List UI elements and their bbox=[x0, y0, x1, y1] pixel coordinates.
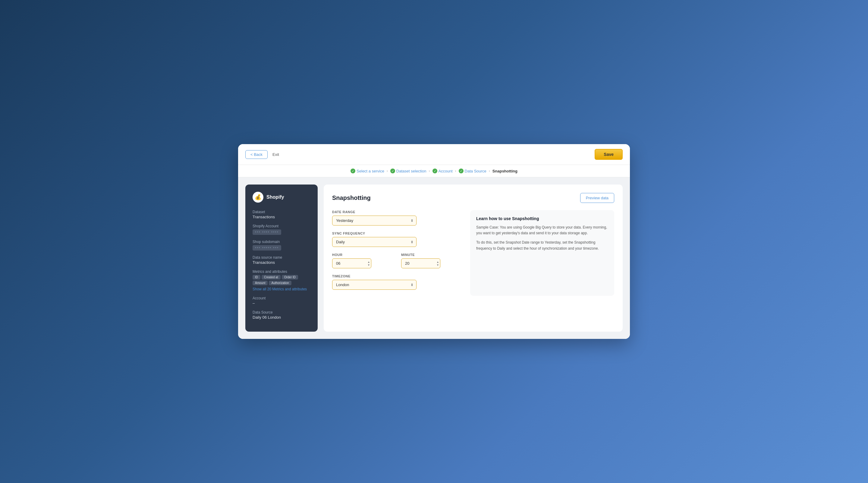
main-container: < Back Exit Save ✓ Select a service › ✓ … bbox=[238, 144, 630, 339]
form-and-info: DATE RANGE Yesterday Today Last 7 days L… bbox=[332, 210, 614, 296]
sidebar-metrics-label: Metrics and attributes bbox=[253, 270, 310, 274]
sidebar-shop-subdomain-value: ••• ••••• ••• bbox=[253, 245, 281, 250]
sidebar-dataset-value: Transactions bbox=[253, 215, 310, 219]
minute-down-arrow[interactable]: ▼ bbox=[436, 264, 439, 266]
breadcrumb-data-source[interactable]: ✓ Data Source bbox=[459, 169, 487, 173]
breadcrumb-label-5: Snapshotting bbox=[493, 169, 518, 173]
date-range-row: DATE RANGE Yesterday Today Last 7 days L… bbox=[332, 210, 464, 225]
hour-arrows: ▲ ▼ bbox=[367, 261, 370, 266]
minute-label: MINUTE bbox=[401, 253, 464, 256]
shopify-logo-icon: 💰 bbox=[253, 192, 264, 203]
panel-header: Snapshotting Preview data bbox=[332, 193, 614, 203]
metrics-tags: ID Created at Order ID Amount Authorizat… bbox=[253, 275, 310, 285]
form-section: DATE RANGE Yesterday Today Last 7 days L… bbox=[332, 210, 464, 296]
hour-up-arrow[interactable]: ▲ bbox=[367, 261, 370, 263]
sidebar-account-label: Account bbox=[253, 296, 310, 300]
hour-input-wrapper: ▲ ▼ bbox=[332, 259, 371, 268]
show-all-metrics-link[interactable]: Show all 20 Metrics and attributes bbox=[253, 287, 310, 291]
hour-col: HOUR ▲ ▼ bbox=[332, 253, 395, 268]
minute-input[interactable] bbox=[401, 259, 440, 268]
sync-frequency-select-wrapper: Daily Hourly Weekly ⬍ bbox=[332, 237, 416, 247]
sidebar-data-source-section: Data Source Daily 06 London bbox=[253, 310, 310, 320]
hour-minute-row: HOUR ▲ ▼ MINUTE bbox=[332, 253, 464, 268]
breadcrumb-select-service[interactable]: ✓ Select a service bbox=[350, 169, 384, 173]
breadcrumb-snapshotting: Snapshotting bbox=[493, 169, 518, 173]
header-left: < Back Exit bbox=[245, 150, 279, 159]
breadcrumb-label-4: Data Source bbox=[465, 169, 487, 173]
metric-tag-amount: Amount bbox=[253, 281, 268, 285]
header: < Back Exit Save bbox=[238, 144, 630, 165]
minute-up-arrow[interactable]: ▲ bbox=[436, 261, 439, 263]
minute-col: MINUTE ▲ ▼ bbox=[401, 253, 464, 268]
sidebar-data-source-name-label: Data source name bbox=[253, 255, 310, 260]
panel-title: Snapshotting bbox=[332, 194, 371, 202]
date-range-label: DATE RANGE bbox=[332, 210, 464, 214]
sidebar-shopify-account-section: Shopify Account ••• •••• •••• bbox=[253, 224, 310, 235]
timezone-row: TIMEZONE London UTC New York Los Angeles… bbox=[332, 274, 464, 290]
exit-button[interactable]: Exit bbox=[273, 152, 279, 157]
sync-frequency-select[interactable]: Daily Hourly Weekly bbox=[332, 237, 416, 247]
hour-label: HOUR bbox=[332, 253, 395, 256]
sidebar-metrics-section: Metrics and attributes ID Created at Ord… bbox=[253, 270, 310, 291]
check-icon: ✓ bbox=[350, 169, 355, 173]
sidebar-account-section: Account – bbox=[253, 296, 310, 305]
sidebar-data-source-name-value: Transactions bbox=[253, 260, 310, 265]
timezone-select[interactable]: London UTC New York Los Angeles bbox=[332, 280, 416, 290]
breadcrumb-arrow-3: › bbox=[455, 169, 456, 173]
sidebar-shop-subdomain-label: Shop subdomain bbox=[253, 240, 310, 244]
info-paragraph-2: To do this, set the Snapshot Date range … bbox=[476, 240, 608, 251]
metric-tag-authorization: Authorization bbox=[269, 281, 291, 285]
sidebar-logo: 💰 Shopify bbox=[253, 192, 310, 203]
check-icon-3: ✓ bbox=[433, 169, 437, 173]
sidebar-dataset-section: Dataset Transactions bbox=[253, 210, 310, 219]
breadcrumb-arrow-4: › bbox=[489, 169, 490, 173]
back-button[interactable]: < Back bbox=[245, 150, 268, 159]
sidebar-account-value: – bbox=[253, 301, 310, 305]
sidebar-shopify-account-value: ••• •••• •••• bbox=[253, 230, 281, 235]
timezone-label: TIMEZONE bbox=[332, 274, 464, 278]
info-paragraph-1: Sample Case: You are using Google Big Qu… bbox=[476, 224, 608, 236]
sidebar-data-source-name-section: Data source name Transactions bbox=[253, 255, 310, 265]
check-icon-2: ✓ bbox=[390, 169, 395, 173]
metric-tag-created-at: Created at bbox=[261, 275, 281, 279]
sync-frequency-label: SYNC FREQUENCY bbox=[332, 232, 464, 235]
sync-frequency-row: SYNC FREQUENCY Daily Hourly Weekly ⬍ bbox=[332, 232, 464, 247]
sidebar: 💰 Shopify Dataset Transactions Shopify A… bbox=[245, 184, 318, 332]
breadcrumb-arrow-2: › bbox=[429, 169, 430, 173]
save-button[interactable]: Save bbox=[595, 149, 623, 160]
hour-input[interactable] bbox=[332, 259, 371, 268]
preview-data-button[interactable]: Preview data bbox=[580, 193, 614, 203]
sidebar-shopify-account-label: Shopify Account bbox=[253, 224, 310, 228]
minute-input-wrapper: ▲ ▼ bbox=[401, 259, 440, 268]
breadcrumb-label-2: Dataset selection bbox=[396, 169, 427, 173]
timezone-select-wrapper: London UTC New York Los Angeles ⬍ bbox=[332, 280, 416, 290]
sidebar-app-name: Shopify bbox=[267, 194, 284, 200]
main-panel: Snapshotting Preview data DATE RANGE Yes… bbox=[324, 184, 623, 332]
metric-tag-order-id: Order ID bbox=[282, 275, 298, 279]
info-box: Learn how to use Snapshotting Sample Cas… bbox=[470, 210, 614, 296]
sidebar-data-source-label: Data Source bbox=[253, 310, 310, 314]
date-range-select[interactable]: Yesterday Today Last 7 days Last 30 days bbox=[332, 216, 416, 225]
breadcrumb-account[interactable]: ✓ Account bbox=[433, 169, 453, 173]
date-range-select-wrapper: Yesterday Today Last 7 days Last 30 days… bbox=[332, 216, 416, 225]
breadcrumb-label: Select a service bbox=[356, 169, 384, 173]
breadcrumb: ✓ Select a service › ✓ Dataset selection… bbox=[238, 165, 630, 177]
breadcrumb-arrow-1: › bbox=[387, 169, 388, 173]
sidebar-dataset-label: Dataset bbox=[253, 210, 310, 214]
breadcrumb-dataset-selection[interactable]: ✓ Dataset selection bbox=[390, 169, 427, 173]
check-icon-4: ✓ bbox=[459, 169, 464, 173]
content-area: 💰 Shopify Dataset Transactions Shopify A… bbox=[238, 177, 630, 339]
info-title: Learn how to use Snapshotting bbox=[476, 216, 608, 221]
breadcrumb-label-3: Account bbox=[438, 169, 453, 173]
sidebar-data-source-value: Daily 06 London bbox=[253, 315, 310, 320]
hour-down-arrow[interactable]: ▼ bbox=[367, 264, 370, 266]
minute-arrows: ▲ ▼ bbox=[436, 261, 439, 266]
sidebar-shop-subdomain-section: Shop subdomain ••• ••••• ••• bbox=[253, 240, 310, 250]
metric-tag-id: ID bbox=[253, 275, 260, 279]
